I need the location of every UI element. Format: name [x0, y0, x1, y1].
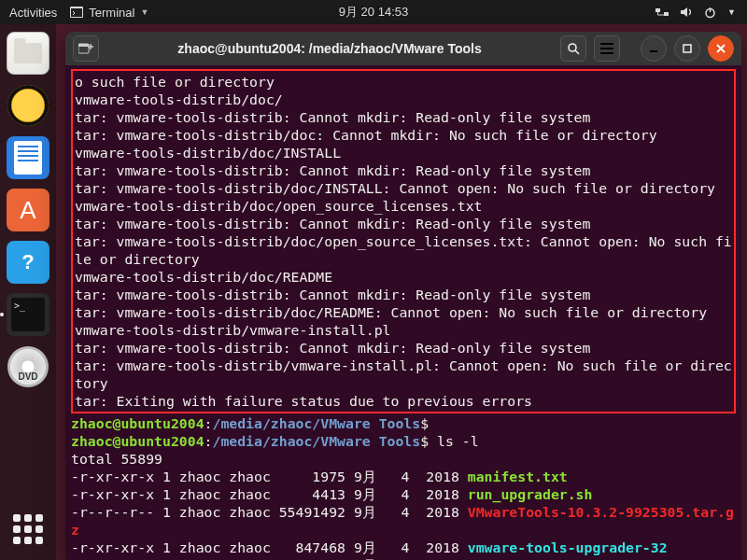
svg-rect-5	[710, 7, 711, 12]
chevron-down-icon: ▼	[727, 7, 736, 17]
app-menu[interactable]: Terminal ▼	[70, 6, 148, 20]
terminal-icon	[70, 7, 83, 18]
search-button[interactable]	[560, 35, 586, 62]
network-icon	[655, 6, 669, 19]
svg-rect-13	[650, 50, 657, 52]
minimize-icon	[648, 43, 659, 54]
clock[interactable]: 9月 20 14:53	[339, 4, 408, 21]
ls-total: total 55899	[71, 451, 162, 467]
status-area[interactable]: ▼	[655, 6, 747, 19]
maximize-button[interactable]	[674, 35, 700, 62]
dock-show-applications[interactable]	[7, 508, 49, 551]
activities-button[interactable]: Activities	[9, 6, 57, 20]
titlebar: zhaoc@ubuntu2004: /media/zhaoc/VMware To…	[65, 32, 741, 65]
app-menu-label: Terminal	[89, 6, 134, 20]
dock-rhythmbox[interactable]	[7, 84, 49, 127]
maximize-icon	[682, 43, 693, 54]
chevron-down-icon: ▼	[140, 7, 148, 17]
speaker-icon	[7, 85, 49, 126]
disc-icon: DVD	[7, 346, 49, 387]
folder-icon	[14, 43, 42, 63]
svg-rect-7	[78, 44, 89, 47]
hamburger-menu-button[interactable]	[594, 35, 620, 62]
ls-listing: -r-xr-xr-x 1 zhaoc zhaoc 1975 9月 4 2018 …	[71, 469, 734, 560]
terminal-icon: >_	[11, 298, 45, 331]
svg-rect-1	[71, 8, 82, 17]
clock-label: 9月 20 14:53	[339, 5, 408, 19]
svg-rect-12	[600, 52, 613, 54]
new-tab-icon	[78, 42, 93, 55]
window-title: zhaoc@ubuntu2004: /media/zhaoc/VMware To…	[106, 41, 553, 56]
close-button[interactable]	[708, 35, 734, 62]
svg-line-9	[575, 50, 579, 54]
shopping-bag-icon: A	[20, 196, 35, 225]
search-icon	[567, 42, 580, 55]
gnome-top-panel: Activities Terminal ▼ 9月 20 14:53 ▼	[0, 0, 747, 24]
svg-rect-11	[600, 48, 613, 49]
dock-ubuntu-software[interactable]: A	[7, 189, 49, 231]
prompt-path: /media/zhaoc/VMware Tools	[212, 415, 420, 431]
error-highlight-box: o such file or directory vmware-tools-di…	[71, 69, 736, 413]
document-icon	[14, 141, 42, 175]
grid-icon	[13, 514, 43, 544]
question-icon: ?	[21, 250, 34, 274]
ubuntu-dock: A ? >_ DVD	[0, 24, 56, 560]
svg-rect-14	[684, 45, 691, 52]
new-tab-button[interactable]	[73, 35, 99, 62]
dock-libreoffice-writer[interactable]	[7, 136, 49, 179]
close-icon	[715, 43, 726, 54]
activities-label: Activities	[9, 6, 57, 20]
terminal-window: zhaoc@ubuntu2004: /media/zhaoc/VMware To…	[65, 32, 741, 560]
minimize-button[interactable]	[641, 35, 667, 62]
svg-rect-10	[600, 43, 613, 45]
hamburger-icon	[600, 43, 613, 54]
cmd-ls: ls -l	[437, 433, 479, 449]
dock-help[interactable]: ?	[7, 241, 49, 284]
dock-dvd[interactable]: DVD	[7, 345, 49, 388]
dock-files[interactable]	[7, 32, 49, 75]
terminal-output[interactable]: o such file or directory vmware-tools-di…	[65, 65, 741, 560]
dock-terminal[interactable]: >_	[7, 293, 49, 336]
prompt-user: zhaoc@ubuntu2004	[71, 415, 204, 431]
power-icon	[704, 7, 716, 19]
svg-point-8	[569, 44, 576, 51]
volume-icon	[680, 6, 693, 19]
svg-rect-2	[655, 8, 660, 12]
